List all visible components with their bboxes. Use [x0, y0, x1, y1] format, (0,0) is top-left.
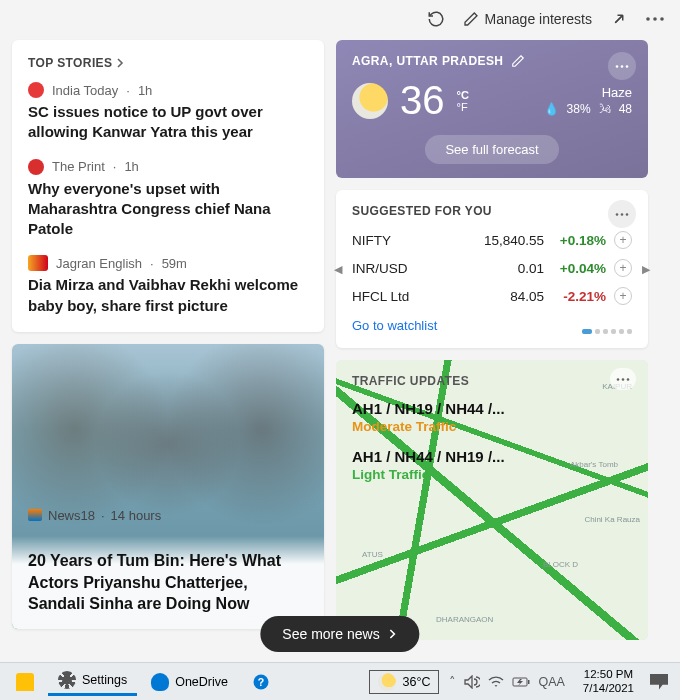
- add-stock-button[interactable]: +: [614, 287, 632, 305]
- svg-point-4: [621, 65, 624, 68]
- next-arrow-icon[interactable]: ▶: [642, 263, 650, 276]
- svg-point-1: [653, 17, 657, 21]
- stock-row[interactable]: NIFTY 15,840.55 +0.18% +: [352, 226, 632, 254]
- story-source: India Today: [52, 83, 118, 98]
- featured-source: News18: [48, 508, 95, 523]
- chevron-right-icon: [388, 629, 398, 639]
- refresh-icon[interactable]: [427, 10, 445, 28]
- featured-time: 14 hours: [111, 508, 162, 523]
- see-forecast-button[interactable]: See full forecast: [425, 135, 558, 164]
- prev-arrow-icon[interactable]: ◀: [334, 263, 342, 276]
- pencil-icon: [463, 11, 479, 27]
- traffic-route[interactable]: AH1 / NH19 / NH44 /... Moderate Traffic: [352, 400, 632, 434]
- source-icon: [28, 509, 42, 521]
- weather-condition-icon: [352, 83, 388, 119]
- taskbar-app-settings[interactable]: Settings: [48, 667, 137, 696]
- stock-row[interactable]: HFCL Ltd 84.05 -2.21% +: [352, 282, 632, 310]
- chevron-right-icon: [116, 58, 124, 68]
- chevron-up-icon[interactable]: ˄: [449, 674, 456, 689]
- clock-time: 12:50 PM: [583, 668, 634, 682]
- help-icon: ?: [252, 673, 270, 691]
- weather-temp: 36: [400, 78, 445, 123]
- suggested-menu-button[interactable]: [608, 200, 636, 228]
- stock-change: -2.21%: [544, 289, 606, 304]
- featured-title: 20 Years of Tum Bin: Here's What Actors …: [28, 550, 308, 615]
- svg-rect-15: [528, 680, 530, 684]
- route-name: AH1 / NH19 / NH44 /...: [352, 400, 632, 417]
- story-time: 1h: [124, 159, 138, 174]
- expand-icon[interactable]: [610, 10, 628, 28]
- story-title: Dia Mirza and Vaibhav Rekhi welcome baby…: [28, 275, 308, 316]
- story-time: 59m: [162, 256, 187, 271]
- stock-change: +0.18%: [544, 233, 606, 248]
- weather-card: AGRA, UTTAR PRADESH 36 °C°F Haze 💧38% 🌬4…: [336, 40, 648, 178]
- stock-row[interactable]: INR/USD 0.01 +0.04% +: [352, 254, 632, 282]
- story-title: SC issues notice to UP govt over allowin…: [28, 102, 308, 143]
- taskbar-app-help[interactable]: ?: [242, 669, 280, 695]
- taskbar-app-explorer[interactable]: [6, 669, 44, 695]
- battery-icon[interactable]: [512, 676, 530, 688]
- source-icon: [28, 82, 44, 98]
- svg-point-7: [621, 213, 624, 216]
- story-item[interactable]: India Today · 1h SC issues notice to UP …: [28, 82, 308, 143]
- weather-menu-button[interactable]: [608, 52, 636, 80]
- route-status: Light Traffic: [352, 467, 632, 482]
- source-icon: [28, 255, 48, 271]
- weather-condition: Haze: [544, 85, 632, 100]
- svg-point-0: [646, 17, 650, 21]
- svg-point-9: [617, 378, 620, 381]
- stock-value: 15,840.55: [474, 233, 544, 248]
- stock-name: NIFTY: [352, 233, 474, 248]
- see-more-news-button[interactable]: See more news: [260, 616, 419, 652]
- temp-unit-toggle[interactable]: °C°F: [457, 89, 469, 113]
- svg-text:?: ?: [258, 675, 264, 687]
- wifi-icon[interactable]: [488, 675, 504, 689]
- humidity-icon: 💧: [544, 102, 559, 116]
- folder-icon: [16, 673, 34, 691]
- taskbar: Settings OneDrive ? 36°C ˄ QAA 12:50 PM …: [0, 662, 680, 700]
- traffic-menu-button[interactable]: [610, 368, 636, 390]
- traffic-route[interactable]: AH1 / NH44 / NH19 /... Light Traffic: [352, 448, 632, 482]
- taskbar-clock[interactable]: 12:50 PM 7/14/2021: [575, 668, 642, 696]
- svg-point-6: [616, 213, 619, 216]
- settings-label: Settings: [82, 673, 127, 687]
- volume-icon[interactable]: [464, 675, 480, 689]
- language-indicator[interactable]: QAA: [538, 675, 564, 689]
- taskbar-weather[interactable]: 36°C: [369, 670, 439, 694]
- watchlist-link[interactable]: Go to watchlist: [352, 318, 437, 333]
- manage-interests-button[interactable]: Manage interests: [463, 11, 592, 27]
- svg-point-3: [616, 65, 619, 68]
- notifications-icon[interactable]: [650, 674, 668, 690]
- weather-humidity: 38%: [567, 102, 591, 116]
- onedrive-label: OneDrive: [175, 675, 228, 689]
- widgets-toolbar: Manage interests: [0, 0, 680, 32]
- traffic-card: KAIPUR Akbar's Tomb Chini Ka Rauza ATUS …: [336, 360, 648, 640]
- top-stories-header[interactable]: TOP STORIES: [28, 56, 308, 70]
- weather-wind: 48: [619, 102, 632, 116]
- weather-location: AGRA, UTTAR PRADESH: [352, 54, 503, 68]
- suggested-card: ◀ ▶ SUGGESTED FOR YOU NIFTY 15,840.55 +0…: [336, 190, 648, 348]
- story-item[interactable]: The Print · 1h Why everyone's upset with…: [28, 159, 308, 240]
- taskbar-app-onedrive[interactable]: OneDrive: [141, 669, 238, 695]
- pencil-icon[interactable]: [511, 54, 525, 68]
- manage-interests-label: Manage interests: [485, 11, 592, 27]
- gear-icon: [58, 671, 76, 689]
- svg-point-10: [622, 378, 625, 381]
- story-source: Jagran English: [56, 256, 142, 271]
- add-stock-button[interactable]: +: [614, 231, 632, 249]
- suggested-header: SUGGESTED FOR YOU: [352, 204, 632, 218]
- source-icon: [28, 159, 44, 175]
- story-item[interactable]: Jagran English · 59m Dia Mirza and Vaibh…: [28, 255, 308, 316]
- featured-story-card[interactable]: News18 · 14 hours 20 Years of Tum Bin: H…: [12, 344, 324, 629]
- top-stories-card: TOP STORIES India Today · 1h SC issues n…: [12, 40, 324, 332]
- route-status: Moderate Traffic: [352, 419, 632, 434]
- add-stock-button[interactable]: +: [614, 259, 632, 277]
- more-icon[interactable]: [646, 17, 664, 21]
- stock-value: 0.01: [474, 261, 544, 276]
- svg-point-2: [660, 17, 664, 21]
- see-more-label: See more news: [282, 626, 379, 642]
- route-name: AH1 / NH44 / NH19 /...: [352, 448, 632, 465]
- traffic-header: TRAFFIC UPDATES: [352, 374, 632, 388]
- page-indicator: [582, 329, 632, 334]
- stock-value: 84.05: [474, 289, 544, 304]
